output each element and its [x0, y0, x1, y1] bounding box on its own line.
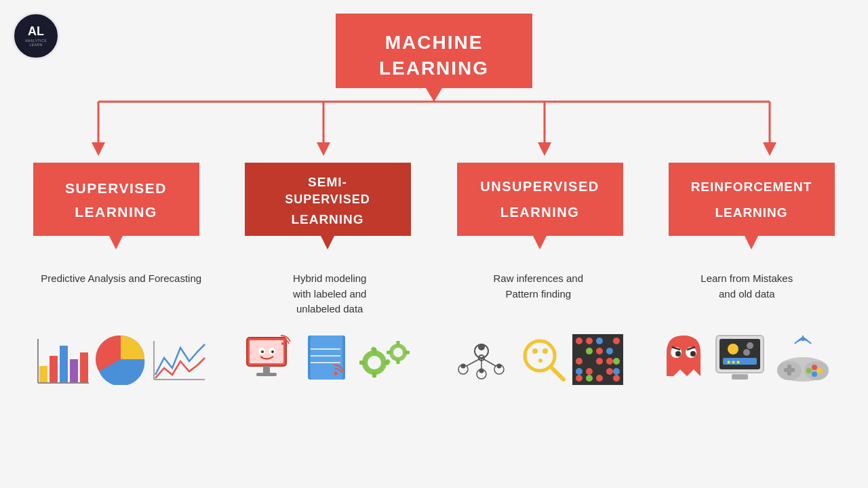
pie-chart-icon — [96, 334, 146, 385]
svg-rect-64 — [387, 351, 391, 354]
svg-text:SUPERVISED: SUPERVISED — [65, 180, 167, 196]
svg-point-87 — [613, 338, 620, 344]
svg-rect-26 — [39, 366, 47, 383]
svg-point-117 — [747, 342, 753, 349]
svg-rect-46 — [311, 336, 342, 380]
svg-point-85 — [596, 338, 603, 344]
svg-text:LEARNING: LEARNING — [75, 204, 157, 220]
logo: AL ANALYTICSLEARN — [12, 12, 60, 60]
svg-rect-121 — [732, 374, 748, 380]
svg-rect-62 — [396, 359, 399, 364]
svg-rect-29 — [70, 359, 78, 383]
svg-point-66 — [478, 344, 485, 350]
svg-text:LEARNING: LEARNING — [500, 205, 579, 220]
svg-point-116 — [728, 344, 738, 354]
svg-point-104 — [586, 375, 593, 382]
svg-point-50 — [334, 372, 337, 375]
reinforcement-icons: ★★★ — [643, 332, 852, 386]
svg-point-88 — [576, 348, 583, 354]
svg-text:MACHINE: MACHINE — [385, 32, 484, 53]
svg-marker-10 — [317, 142, 330, 156]
svg-point-72 — [497, 364, 502, 369]
svg-point-95 — [596, 358, 603, 365]
svg-rect-37 — [250, 340, 283, 363]
svg-marker-12 — [763, 142, 776, 156]
svg-point-111 — [690, 351, 696, 357]
svg-rect-30 — [80, 352, 88, 383]
svg-point-94 — [586, 358, 593, 365]
svg-rect-56 — [359, 361, 365, 365]
bar-chart-icon — [36, 332, 90, 386]
svg-point-41 — [271, 350, 274, 353]
sub-boxes-container: SUPERVISED LEARNING SEMI- SUPERVISED LEA… — [17, 163, 851, 254]
svg-point-122 — [801, 337, 805, 341]
svg-point-99 — [586, 368, 593, 375]
desc-unsupervised: Raw inferences andPattern finding — [434, 271, 643, 317]
svg-point-106 — [606, 375, 613, 382]
svg-point-103 — [576, 375, 583, 382]
svg-point-129 — [817, 368, 823, 373]
svg-marker-9 — [92, 142, 105, 156]
svg-point-128 — [812, 365, 817, 370]
cluster-icon — [453, 332, 511, 386]
svg-point-102 — [613, 368, 620, 375]
line-chart-icon — [152, 338, 206, 382]
svg-rect-63 — [405, 351, 410, 354]
desc-semi-supervised: Hybrid modelingwith labeled andunlabeled… — [226, 271, 435, 317]
game-screen-icon: ★★★ — [713, 332, 767, 386]
svg-text:★★★: ★★★ — [726, 359, 741, 365]
desc-reinforcement: Learn from Mistakesand old data — [643, 271, 852, 317]
svg-text:SEMI-: SEMI- — [308, 175, 347, 189]
unsupervised-box: UNSUPERVISED LEARNING — [441, 163, 639, 254]
svg-rect-127 — [787, 365, 791, 375]
descriptions-container: Predictive Analysis and Forecasting Hybr… — [17, 271, 851, 317]
svg-text:UNSUPERVISED: UNSUPERVISED — [480, 179, 599, 194]
svg-point-131 — [806, 368, 812, 373]
semi-supervised-box: SEMI- SUPERVISED LEARNING — [229, 163, 428, 254]
icons-container: ★★★ — [17, 332, 851, 386]
svg-rect-61 — [396, 341, 399, 346]
svg-point-105 — [596, 375, 603, 382]
svg-point-60 — [393, 348, 403, 357]
svg-rect-54 — [372, 372, 376, 378]
monitor-icon — [241, 332, 296, 386]
svg-point-79 — [532, 348, 538, 354]
svg-point-130 — [812, 371, 817, 377]
svg-point-118 — [743, 349, 750, 356]
book-icon — [301, 332, 352, 386]
svg-text:LEARNING: LEARNING — [292, 212, 364, 226]
search-icon — [516, 332, 567, 386]
svg-point-84 — [586, 338, 593, 344]
logo-subtext: ANALYTICSLEARN — [25, 39, 47, 47]
reinforcement-box: REINFORCEMENT LEARNING — [653, 163, 852, 254]
ghost-icon — [660, 332, 707, 386]
svg-line-78 — [551, 367, 564, 380]
svg-text:SUPERVISED: SUPERVISED — [285, 192, 370, 206]
svg-point-92 — [613, 348, 620, 354]
svg-text:LEARNING: LEARNING — [379, 58, 489, 79]
svg-point-98 — [576, 368, 583, 375]
svg-text:LEARNING: LEARNING — [715, 205, 788, 220]
svg-point-80 — [542, 348, 548, 354]
desc-supervised: Predictive Analysis and Forecasting — [17, 271, 226, 317]
svg-point-40 — [261, 350, 264, 353]
svg-text:REINFORCEMENT: REINFORCEMENT — [691, 180, 812, 194]
svg-point-93 — [576, 358, 583, 365]
supervised-icons — [17, 332, 226, 386]
top-box: MACHINE LEARNING — [336, 14, 532, 111]
gamepad-icon — [772, 336, 833, 383]
svg-point-110 — [675, 351, 681, 357]
svg-point-52 — [368, 356, 381, 369]
binary-matrix-icon — [572, 334, 623, 385]
svg-rect-28 — [60, 346, 68, 383]
gears-icon — [357, 332, 418, 386]
svg-point-107 — [613, 375, 620, 382]
svg-point-91 — [606, 348, 613, 354]
svg-point-68 — [461, 364, 466, 369]
svg-point-96 — [606, 358, 613, 365]
svg-point-97 — [613, 358, 620, 365]
svg-point-81 — [538, 359, 542, 363]
svg-marker-11 — [538, 142, 551, 156]
svg-point-89 — [586, 348, 593, 354]
svg-point-101 — [606, 368, 613, 375]
